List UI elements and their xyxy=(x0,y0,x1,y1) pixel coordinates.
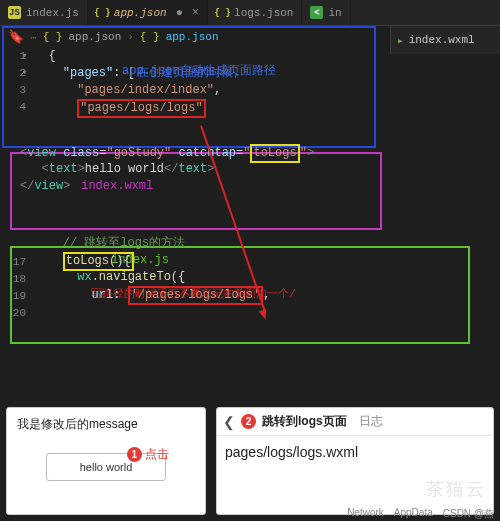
preview-message: 我是修改后的message xyxy=(7,408,205,437)
json-icon: { } xyxy=(216,6,229,19)
preview-before: 我是修改后的message 1 点击 hello world xyxy=(6,407,206,515)
status-appdata[interactable]: AppData xyxy=(394,507,433,521)
annotation-highlight-logs-path: "pages/logs/logs" xyxy=(77,99,205,118)
file-icon: ▸ xyxy=(397,34,404,47)
tab-app-json[interactable]: { } app.json ● × xyxy=(88,0,208,25)
side-file-label: index.wxml xyxy=(409,34,475,46)
crumb-symbol[interactable]: app.json xyxy=(166,31,219,43)
close-icon[interactable]: × xyxy=(192,6,199,20)
preview-path: pages/logs/logs.wxml xyxy=(217,436,493,468)
preview-tab-log[interactable]: 日志 xyxy=(359,413,383,430)
code-block-appjson[interactable]: ▾ { 在创建页面的时候, ▾ "pages": [ app.json自动生成页… xyxy=(34,48,500,116)
annotation-highlight-url: '/pages/logs/logs' xyxy=(128,286,264,305)
ellipsis-icon[interactable]: ⋯ xyxy=(30,31,37,44)
tab-label: logs.json xyxy=(234,7,293,19)
tab-label: in xyxy=(328,7,341,19)
status-network[interactable]: Network xyxy=(347,507,384,521)
json-icon: { } xyxy=(43,31,63,43)
back-icon[interactable]: ❮ xyxy=(223,414,235,430)
arrow-head-icon xyxy=(259,309,270,321)
fold-icon[interactable]: ▾ xyxy=(22,65,27,82)
line-gutter: 1 2 3 4 xyxy=(0,48,34,138)
preview-title: 跳转到logs页面 xyxy=(262,413,347,430)
preview-row: 我是修改后的message 1 点击 hello world ❮ 2 跳转到lo… xyxy=(6,407,494,515)
step-badge-1: 1 xyxy=(127,447,142,462)
crumb-file[interactable]: app.json xyxy=(68,31,121,43)
wxml-icon: < xyxy=(310,6,323,19)
tab-label: index.js xyxy=(26,7,79,19)
json-icon: { } xyxy=(96,6,109,19)
tab-logs-json[interactable]: { } logs.json xyxy=(208,0,302,25)
bookmark-icon[interactable]: 🔖 xyxy=(8,29,24,45)
tab-dirty-icon[interactable]: ● xyxy=(176,6,183,20)
watermark: 茶猫云 xyxy=(426,477,486,501)
code-editor[interactable]: 1 2 3 4 ▾ { 在创建页面的时候, ▾ "pages": [ app.j… xyxy=(0,48,500,458)
line-gutter: 17 18 19 20 xyxy=(0,254,34,334)
code-block-wxml[interactable]: <view class="goStudy" catchtap="toLogs">… xyxy=(20,144,500,195)
tab-label: app.json xyxy=(114,7,167,19)
tab-index-wxml-trunc[interactable]: < in xyxy=(302,0,350,25)
annotation-click: 1 点击 xyxy=(127,446,169,463)
fold-icon[interactable]: ▾ xyxy=(22,48,27,65)
annotation-blue-2: app.json自动生成页面路径 xyxy=(122,64,276,79)
tab-index-js[interactable]: JS index.js xyxy=(0,0,88,25)
step-badge-2: 2 xyxy=(241,414,256,429)
json-icon: { } xyxy=(140,31,160,43)
js-icon: JS xyxy=(8,6,21,19)
status-bar: Network AppData CSDN @燕 xyxy=(347,507,494,521)
editor-tab-bar: JS index.js { } app.json ● × { } logs.js… xyxy=(0,0,500,26)
chevron-right-icon: › xyxy=(127,31,134,43)
code-block-js[interactable]: // 跳转至logs的方法 index.js toLogs(){ wx.navi… xyxy=(34,235,500,303)
status-csdn: CSDN @燕 xyxy=(443,507,494,521)
preview-header: ❮ 2 跳转到logs页面 日志 xyxy=(217,408,493,436)
